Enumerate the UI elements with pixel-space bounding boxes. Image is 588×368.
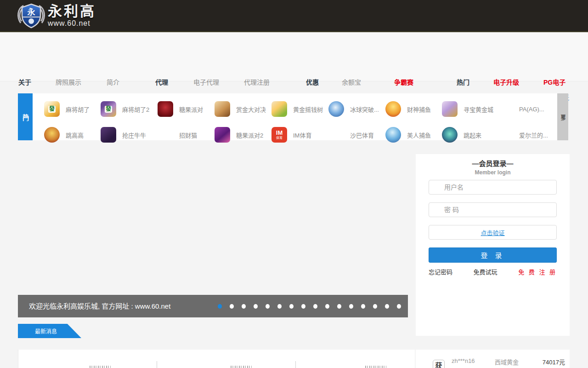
column-divider: [295, 361, 296, 368]
pagination-dot[interactable]: [361, 304, 365, 309]
site-logo[interactable]: 永 永利高 www.60.net: [17, 2, 96, 29]
nav-hot[interactable]: 热门: [457, 79, 469, 86]
pagination-dot[interactable]: [242, 304, 246, 309]
game-jump-high[interactable]: 跳高高: [44, 127, 84, 143]
game-label: 抢庄牛牛: [122, 131, 146, 139]
game-label: 麻将胡了2: [122, 105, 149, 114]
caishen-fishing-icon: [385, 101, 401, 117]
logo-domain: www.60.net: [48, 20, 96, 27]
game-majiang-hule2[interactable]: 發 麻将胡了2: [101, 101, 149, 117]
password-input[interactable]: [429, 202, 557, 217]
nav-agent[interactable]: 代理: [155, 79, 168, 86]
game-label: PA(AG)...: [519, 106, 544, 113]
pagination-dot[interactable]: [254, 304, 258, 309]
captcha-box[interactable]: 点击验证: [429, 225, 557, 240]
money-tree-icon: [271, 101, 287, 117]
game-jump-up[interactable]: 跳起来: [442, 127, 481, 143]
carousel-hot-tab-label: 热门: [18, 101, 33, 132]
majiang-hule-icon: 發: [44, 101, 60, 117]
login-button[interactable]: 登 录: [429, 247, 557, 263]
pagination-dot[interactable]: [266, 304, 270, 309]
login-title: —会员登录—: [416, 154, 570, 168]
carousel-more-tab-label: 更多: [557, 100, 568, 133]
site-header: 永 永利高 www.60.net: [0, 0, 588, 32]
nav-yuebao[interactable]: 余额宝: [342, 79, 361, 86]
nav-license[interactable]: 牌照展示: [56, 79, 81, 86]
welcome-bar: 欢迎光临永利高娱乐城, 官方网址 : www.60.net: [18, 295, 408, 317]
winner-amount: 74017元: [543, 357, 565, 366]
niuniu-icon: [101, 127, 116, 143]
game-lucky-cat[interactable]: 招财猫: [179, 127, 197, 143]
game-hockey-break[interactable]: 冰球突破...: [328, 101, 379, 117]
pagination-dot[interactable]: [325, 304, 329, 309]
nav-e-agent[interactable]: 电子代理: [193, 79, 219, 86]
pagination-dot[interactable]: [277, 304, 282, 309]
game-irish[interactable]: 爱尔兰的...: [519, 127, 548, 143]
game-gold-city[interactable]: 寻宝黄金城: [442, 101, 493, 117]
pagination-dot[interactable]: [230, 304, 234, 309]
im-sports-icon: IM 体育: [271, 127, 287, 143]
game-label: 寻宝黄金城: [464, 105, 493, 114]
nav-pg[interactable]: PG电子: [543, 79, 565, 86]
game-bounty-duel[interactable]: 赏金大对决: [215, 101, 266, 117]
nav-agent-register[interactable]: 代理注册: [244, 79, 270, 86]
forgot-password-link[interactable]: 忘记密码: [429, 267, 452, 276]
carousel-more-tab[interactable]: 更多: [557, 93, 568, 140]
pagination-dot[interactable]: [301, 304, 305, 309]
shield-logo-icon: 永: [17, 2, 46, 29]
clipped-text: [231, 366, 252, 368]
nav-e-upgrade[interactable]: 电子升级: [493, 79, 519, 86]
game-majiang-hule[interactable]: 發 麻将胡了: [44, 101, 90, 117]
banner-pagination: [218, 304, 401, 309]
winners-panel: 获 zh***n16 西域黄金 74017元: [416, 350, 570, 368]
pagination-dot[interactable]: [313, 304, 317, 309]
nav-tournament[interactable]: 争霸赛: [394, 79, 413, 86]
free-register-link[interactable]: 免 费 注 册: [518, 267, 557, 276]
carousel-hot-tab[interactable]: 热门: [18, 93, 33, 140]
game-label: 招财猫: [179, 131, 197, 139]
captcha-link[interactable]: 点击验证: [481, 228, 504, 237]
nav-promo[interactable]: 优惠: [306, 79, 319, 86]
pagination-dot[interactable]: [337, 304, 341, 309]
fa-tile-glyph: 發: [105, 106, 112, 113]
jump-up-icon: [442, 127, 458, 143]
game-label: 美人捕鱼: [407, 131, 431, 139]
mermaid-fishing-icon: [385, 127, 401, 143]
fa-tile-glyph: 發: [48, 106, 56, 113]
game-label: 糖果派对: [179, 105, 203, 114]
game-saba-sports[interactable]: 沙巴体育: [350, 127, 374, 143]
bottom-info-panel: [18, 350, 415, 368]
game-candy-party[interactable]: 糖果派对: [158, 101, 203, 117]
column-divider: [157, 361, 157, 368]
nav-about[interactable]: 关于: [18, 79, 31, 86]
winner-badge-icon: 获: [433, 360, 445, 368]
pagination-dot[interactable]: [385, 304, 389, 309]
logo-mark-glyph: 永: [27, 7, 35, 17]
game-im-sports[interactable]: IM 体育 IM体育: [271, 127, 311, 143]
pagination-dot[interactable]: [218, 304, 222, 309]
games-carousel: 热门 發 麻将胡了 發 麻将胡了2 糖果派对 赏金大对决 黄金摇钱树 冰球突破.…: [18, 93, 568, 140]
game-candy-party2[interactable]: 糖果派对2: [215, 127, 263, 143]
game-niuniu[interactable]: 抢庄牛牛: [101, 127, 146, 143]
game-label: 糖果派对2: [236, 131, 263, 139]
winner-game: 西域黄金: [495, 357, 519, 366]
winner-username: zh***n16: [452, 357, 475, 364]
game-mermaid-fishing[interactable]: 美人捕鱼: [385, 127, 431, 143]
game-label: 冰球突破...: [350, 105, 379, 114]
pagination-dot[interactable]: [349, 304, 353, 309]
game-pa-ag[interactable]: PA(AG)...: [519, 101, 544, 117]
carousel-band: 發 麻将胡了 發 麻将胡了2 糖果派对 赏金大对决 黄金摇钱树 冰球突破... …: [33, 93, 557, 140]
game-money-tree[interactable]: 黄金摇钱树: [271, 101, 323, 117]
pagination-dot[interactable]: [373, 304, 377, 309]
game-label: 跳起来: [464, 131, 481, 139]
welcome-text: 欢迎光临永利高娱乐城, 官方网址 : www.60.net: [29, 295, 170, 317]
pagination-dot[interactable]: [397, 304, 401, 309]
game-label: 麻将胡了: [66, 105, 90, 114]
game-caishen-fishing[interactable]: 财神捕鱼: [385, 101, 431, 117]
free-trial-link[interactable]: 免费试玩: [474, 267, 498, 276]
game-label: 沙巴体育: [350, 131, 374, 139]
nav-intro[interactable]: 简介: [107, 79, 119, 86]
latest-news-ribbon[interactable]: 最新消息: [18, 324, 81, 338]
username-input[interactable]: [429, 180, 557, 195]
pagination-dot[interactable]: [289, 304, 294, 309]
